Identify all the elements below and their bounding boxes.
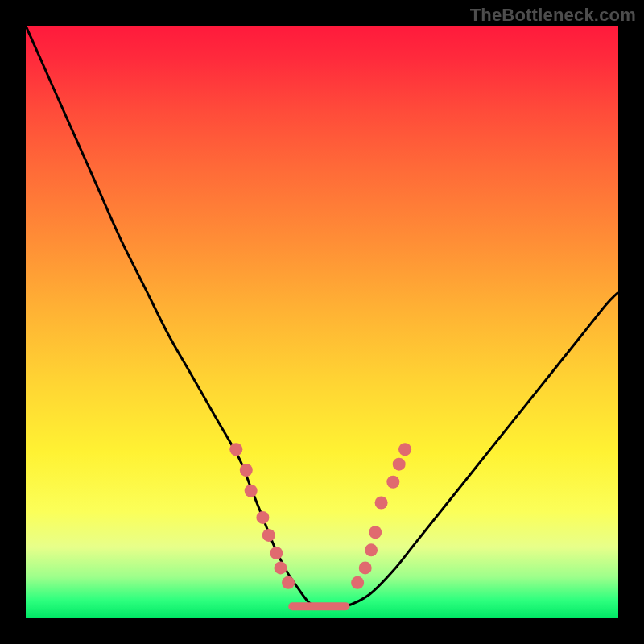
marker-dot [270, 547, 283, 559]
bottleneck-curve [26, 26, 618, 607]
watermark: TheBottleneck.com [470, 5, 636, 26]
marker-dot [375, 496, 388, 509]
marker-dot [369, 526, 382, 539]
marker-dot [256, 511, 269, 524]
marker-dot [282, 576, 295, 589]
marker-dot [240, 464, 253, 477]
marker-dot [386, 476, 399, 489]
marker-dot [229, 443, 242, 456]
marker-dot [351, 576, 364, 589]
chart-svg [26, 26, 618, 618]
marker-dot [398, 443, 411, 456]
chart-canvas: TheBottleneck.com [0, 0, 644, 644]
marker-dot [274, 561, 287, 574]
marker-dots [229, 443, 411, 589]
marker-dot [245, 485, 258, 497]
marker-dot [365, 543, 378, 556]
plot-area [26, 26, 618, 618]
marker-dot [393, 458, 406, 471]
marker-dot [262, 529, 275, 542]
marker-dot [359, 561, 372, 574]
